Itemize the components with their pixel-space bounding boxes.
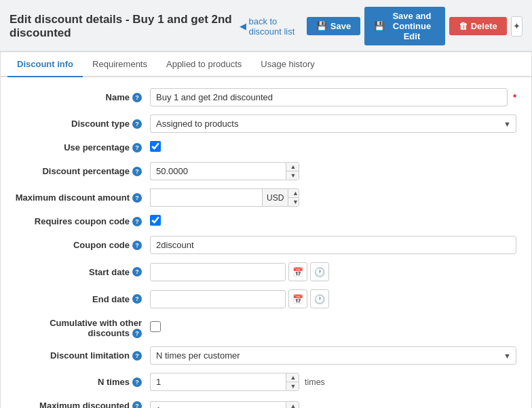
discount-limitation-select[interactable]: N times per customer N times only Unlimi… <box>150 346 516 365</box>
main-content: Discount info Requirements Applied to pr… <box>0 52 532 408</box>
cumulative-control <box>150 321 516 334</box>
discount-type-select[interactable]: Assigned to products Assigned to categor… <box>150 115 516 133</box>
requires-coupon-label: Requires coupon code ? <box>14 216 150 226</box>
clock-icon-2: 🕐 <box>314 294 325 304</box>
use-percentage-row: Use percentage ? <box>14 141 518 154</box>
discount-percentage-up-button[interactable]: ▲ <box>286 163 299 171</box>
n-times-number-wrapper: ▲ ▼ <box>150 373 299 391</box>
requires-coupon-row: Requires coupon code ? <box>14 215 518 228</box>
start-date-control: 📅 🕐 <box>150 262 516 281</box>
max-discounted-qty-wrapper: ▲ ▼ <box>150 401 299 409</box>
cumulative-label: Cumulative with other discounts ? <box>14 317 150 338</box>
calendar-icon-2: 📅 <box>292 294 303 304</box>
use-percentage-help-icon[interactable]: ? <box>132 143 142 152</box>
n-times-help-icon[interactable]: ? <box>132 378 142 387</box>
clock-icon: 🕐 <box>314 267 325 277</box>
start-date-row: Start date ? 📅 🕐 <box>14 262 518 281</box>
max-discounted-qty-help-icon[interactable]: ? <box>132 401 142 409</box>
save-continue-icon: 💾 <box>374 21 385 31</box>
n-times-spinners: ▲ ▼ <box>286 373 299 391</box>
name-input[interactable] <box>150 88 508 106</box>
discount-type-label: Discount type ? <box>14 119 150 129</box>
n-times-inner: ▲ ▼ times <box>150 373 516 391</box>
requires-coupon-help-icon[interactable]: ? <box>132 217 142 226</box>
cumulative-row: Cumulative with other discounts ? <box>14 317 518 338</box>
n-times-control: ▲ ▼ times <box>150 373 516 391</box>
max-discounted-qty-input[interactable] <box>150 401 286 409</box>
use-percentage-control <box>150 141 516 154</box>
discount-percentage-row: Discount percentage ? ▲ ▼ <box>14 162 518 180</box>
delete-icon: 🗑 <box>459 21 468 31</box>
tab-usage-history[interactable]: Usage history <box>251 52 324 77</box>
discount-limitation-help-icon[interactable]: ? <box>132 351 142 361</box>
end-date-clock-button[interactable]: 🕐 <box>310 289 329 308</box>
start-date-help-icon[interactable]: ? <box>132 267 142 277</box>
max-discount-amount-input[interactable] <box>150 188 262 207</box>
requires-coupon-control <box>150 215 516 228</box>
cumulative-help-icon[interactable]: ? <box>132 329 142 338</box>
discount-type-help-icon[interactable]: ? <box>132 119 142 129</box>
coupon-code-help-icon[interactable]: ? <box>132 241 142 250</box>
max-discounted-qty-up-button[interactable]: ▲ <box>286 402 299 409</box>
discount-percentage-control: ▲ ▼ <box>150 162 516 180</box>
end-date-help-icon[interactable]: ? <box>132 294 142 304</box>
coupon-code-label: Coupon code ? <box>14 240 150 250</box>
max-discount-amount-row: Maximum discount amount ? USD ▲ ▼ <box>14 188 518 207</box>
end-date-label: End date ? <box>14 294 150 304</box>
max-discounted-qty-row: Maximum discounted ? quantity ▲ ▼ <box>14 399 518 408</box>
page-header: Edit discount details - Buy 1 and get 2n… <box>0 0 532 52</box>
n-times-down-button[interactable]: ▼ <box>286 382 299 390</box>
discount-percentage-input[interactable] <box>150 162 286 180</box>
title-area: Edit discount details - Buy 1 and get 2n… <box>10 13 307 40</box>
max-discounted-qty-label: Maximum discounted ? quantity <box>14 399 150 408</box>
save-button[interactable]: 💾 Save <box>307 17 360 35</box>
n-times-up-button[interactable]: ▲ <box>286 373 299 382</box>
max-discount-up-button[interactable]: ▲ <box>288 189 299 198</box>
save-continue-button[interactable]: 💾 Save and Continue Edit <box>364 7 444 45</box>
coupon-code-control <box>150 236 516 254</box>
max-discount-down-button[interactable]: ▼ <box>288 198 299 206</box>
max-discount-amount-label: Maximum discount amount ? <box>14 192 150 203</box>
start-date-label: Start date ? <box>14 267 150 277</box>
end-date-control: 📅 🕐 <box>150 289 516 308</box>
discount-percentage-help-icon[interactable]: ? <box>132 167 142 176</box>
max-discount-amount-help-icon[interactable]: ? <box>132 193 142 203</box>
tab-bar: Discount info Requirements Applied to pr… <box>1 52 531 77</box>
back-to-list-link[interactable]: ◀ back to discount list <box>240 16 306 37</box>
max-discount-wrapper: USD ▲ ▼ <box>150 188 299 207</box>
max-discounted-qty-spinners: ▲ ▼ <box>286 401 299 409</box>
max-discount-amount-control: USD ▲ ▼ <box>150 188 516 207</box>
use-percentage-checkbox[interactable] <box>150 141 161 152</box>
end-date-wrapper: 📅 🕐 <box>150 289 516 308</box>
back-arrow-icon: ◀ <box>240 21 246 31</box>
n-times-input[interactable] <box>150 373 286 391</box>
discount-type-wrapper: Assigned to products Assigned to categor… <box>150 115 516 133</box>
start-date-calendar-button[interactable]: 📅 <box>288 262 307 281</box>
max-discount-spinners: ▲ ▼ <box>288 188 299 207</box>
tab-discount-info[interactable]: Discount info <box>7 52 83 77</box>
end-date-row: End date ? 📅 🕐 <box>14 289 518 308</box>
n-times-suffix: times <box>305 378 325 387</box>
n-times-label: N times ? <box>14 377 150 387</box>
discount-percentage-number-wrapper: ▲ ▼ <box>150 162 299 180</box>
start-date-clock-button[interactable]: 🕐 <box>310 262 329 281</box>
cumulative-checkbox[interactable] <box>150 321 161 332</box>
corner-menu-button[interactable]: ✦ <box>511 16 522 37</box>
n-times-row: N times ? ▲ ▼ times <box>14 373 518 391</box>
tab-applied-to-products[interactable]: Applied to products <box>157 52 251 77</box>
coupon-code-input[interactable] <box>150 236 516 254</box>
end-date-calendar-button[interactable]: 📅 <box>288 289 307 308</box>
name-label: Name ? <box>14 92 150 102</box>
delete-button[interactable]: 🗑 Delete <box>449 17 507 35</box>
end-date-input[interactable] <box>150 290 286 308</box>
start-date-input[interactable] <box>150 263 286 281</box>
discount-percentage-label: Discount percentage ? <box>14 166 150 176</box>
save-icon: 💾 <box>316 21 327 31</box>
discount-percentage-down-button[interactable]: ▼ <box>286 171 299 180</box>
tab-requirements[interactable]: Requirements <box>83 52 157 77</box>
name-row: Name ? * <box>14 88 518 106</box>
currency-label: USD <box>262 188 288 207</box>
name-help-icon[interactable]: ? <box>132 93 142 102</box>
max-discounted-qty-control: ▲ ▼ <box>150 401 516 409</box>
requires-coupon-checkbox[interactable] <box>150 215 161 226</box>
